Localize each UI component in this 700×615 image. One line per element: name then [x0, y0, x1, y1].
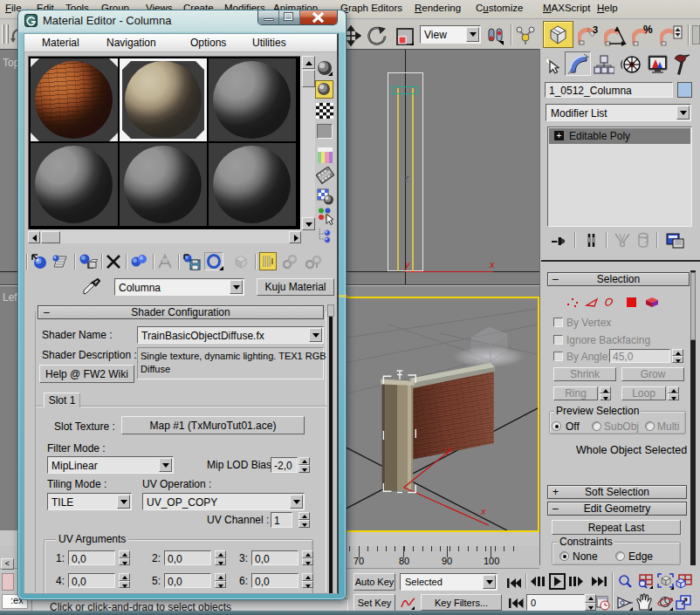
svg-text:%: % — [643, 24, 653, 36]
svg-text:x: x — [480, 506, 486, 516]
svg-text:3: 3 — [593, 24, 598, 35]
